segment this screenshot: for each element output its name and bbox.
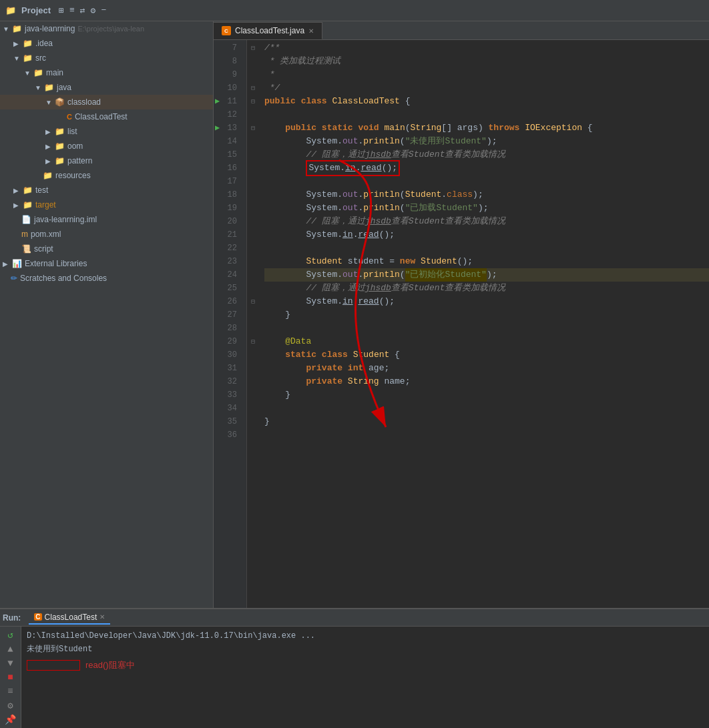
sidebar-item-test[interactable]: ▶ 📁 test [0,183,213,198]
sidebar-item-ClassLoadTest[interactable]: C ClassLoadTest [0,109,213,124]
code-line-21: System.in.read(); [264,228,709,242]
sidebar-item-resources[interactable]: 📁 resources [0,168,213,183]
sidebar-item-pattern[interactable]: ▶ 📁 pattern [0,153,213,168]
sidebar-item-script[interactable]: 📜 script [0,242,213,256]
code-line-22 [264,242,709,255]
code-line-29: @Data [264,335,709,348]
code-line-31: private int age; [264,362,709,375]
list-icon[interactable]: ≡ [69,5,75,15]
scroll-down-button[interactable]: ▼ [3,657,18,669]
fold-10[interactable]: ⊟ [247,81,259,95]
sidebar-item-label: target [35,200,56,210]
fold-7[interactable]: ⊟ [247,41,259,55]
code-line-24: System.out.println("已初始化Student"); [264,268,709,282]
run-tab-classloadtest[interactable]: C ClassLoadTest ✕ [29,611,110,625]
pin-button[interactable]: 📌 [3,714,18,725]
code-line-12 [264,108,709,121]
code-line-35: } [264,415,709,428]
sidebar-item-java-leanrning[interactable]: ▼ 📁 java-leanrning E:\projects\java-lean [0,21,213,36]
code-line-8: * 类加载过程测试 [264,55,709,68]
sidebar-item-idea[interactable]: ▶ 📁 .idea [0,36,213,51]
sidebar-item-iml[interactable]: 📄 java-leanrning.iml [0,212,213,227]
folder-icon: 📁 [23,39,33,48]
project-sidebar: ▼ 📁 java-leanrning E:\projects\java-lean… [0,21,214,608]
run-panel: Run: C ClassLoadTest ✕ ↺ ▲ ▼ ■ ≡ ⚙ 📌 [0,608,709,728]
tab-close-button[interactable]: ✕ [308,27,314,35]
code-line-20: // 阻塞，通过jhsdb查看Student查看类加载情况 [264,215,709,228]
sidebar-item-src[interactable]: ▼ 📁 src [0,51,213,65]
sidebar-item-target[interactable]: ▶ 📁 target [0,198,213,212]
folder-icon: 📁 [55,156,65,165]
stop-button[interactable]: ■ [3,671,18,683]
sidebar-item-classload[interactable]: ▼ 📦 classload [0,95,213,109]
scroll-up-button[interactable]: ▲ [3,643,18,655]
run-label: Run: [3,613,21,623]
code-line-18: System.out.println(Student.class); [264,188,709,202]
play-gutter-13: ▶ [215,121,220,135]
sidebar-item-list[interactable]: ▶ 📁 list [0,124,213,139]
code-line-13: public static void main(String[] args) t… [264,121,709,135]
code-line-26: System.in.read(); [264,295,709,308]
sidebar-item-pom[interactable]: m pom.xml [0,227,213,242]
fold-11[interactable]: ⊟ [247,95,259,108]
sidebar-item-oom[interactable]: ▶ 📁 oom [0,139,213,153]
run-content: ↺ ▲ ▼ ■ ≡ ⚙ 📌 D:\Installed\Developer\Jav… [0,627,709,728]
filter-button[interactable]: ≡ [3,686,18,697]
editor-tab-classloadtest[interactable]: C ClassLoadTest.java ✕ [214,22,322,39]
play-gutter-11: ▶ [215,95,220,108]
code-editor[interactable]: 7 8 9 10 11 ▶ 12 13 ▶ 14 15 16 17 18 19 … [214,40,709,608]
target-folder-icon: 📁 [23,200,33,210]
sidebar-item-scratches[interactable]: ✏ Scratches and Consoles [0,271,213,286]
code-line-16: System.in.read(); [264,161,709,175]
sidebar-item-label: pom.xml [31,230,61,239]
layout-icon[interactable]: ⊞ [59,5,64,16]
run-tab-close[interactable]: ✕ [99,613,105,621]
sidebar-item-path: E:\projects\java-lean [77,25,144,33]
sidebar-item-java[interactable]: ▼ 📁 java [0,80,213,95]
iml-icon: 📄 [21,215,31,224]
main-area: ▼ 📁 java-leanrning E:\projects\java-lean… [0,21,709,608]
package-icon: 📦 [55,97,65,107]
run-tab-icon: C [34,613,41,621]
run-toolbar: ↺ ▲ ▼ ■ ≡ ⚙ 📌 [0,627,21,728]
top-toolbar: 📁 Project ⊞ ≡ ⇄ ⚙ − [0,0,709,21]
code-line-34 [264,402,709,415]
fold-30[interactable]: ⊟ [247,295,259,308]
code-line-14: System.out.println("未使用到Student"); [264,135,709,148]
sidebar-item-main[interactable]: ▼ 📁 main [0,65,213,80]
sidebar-item-label: External Libraries [25,259,87,268]
sidebar-item-label: resources [55,171,91,180]
code-line-27: } [264,308,709,322]
fold-13[interactable]: ⊟ [247,121,259,135]
sidebar-item-external-libraries[interactable]: ▶ 📊 External Libraries [0,256,213,271]
folder-icon: 📁 [33,68,43,77]
sidebar-item-label: ClassLoadTest [75,112,128,121]
run-tab-bar: Run: C ClassLoadTest ✕ [0,609,709,627]
settings-run-button[interactable]: ⚙ [3,700,18,711]
sidebar-item-label: oom [67,141,83,151]
java-file-icon: C [67,113,72,121]
code-content[interactable]: /** * 类加载过程测试 * */ public class ClassLoa… [259,40,709,608]
java-tab-icon: C [222,26,231,35]
sidebar-item-label: Scratches and Consoles [20,274,107,283]
folder-icon: 📁 [23,186,33,195]
sidebar-item-label: list [67,127,77,136]
settings-icon[interactable]: ⚙ [91,5,96,16]
ext-lib-icon: 📊 [12,259,22,268]
code-line-30: static class Student { [264,348,709,362]
minimize-icon[interactable]: − [101,5,106,15]
run-blocking-text: read()阻塞中 [85,659,135,672]
fold-33[interactable]: ⊟ [247,335,259,348]
code-line-25: // 阻塞，通过jhsdb查看Student查看类加载情况 [264,282,709,295]
editor-tab-bar: C ClassLoadTest.java ✕ [214,21,709,40]
rerun-button[interactable]: ↺ [3,629,18,641]
code-line-10: */ [264,81,709,95]
module-icon: 📁 [12,24,22,33]
sidebar-item-label: pattern [67,156,92,165]
sidebar-item-label: src [35,53,46,63]
run-output: D:\Installed\Developer\Java\JDK\jdk-11.0… [21,627,709,728]
split-icon[interactable]: ⇄ [80,5,85,16]
run-cursor-box [27,660,80,671]
sidebar-item-label: classload [67,97,101,107]
run-output-text: 未使用到Student [27,645,92,654]
